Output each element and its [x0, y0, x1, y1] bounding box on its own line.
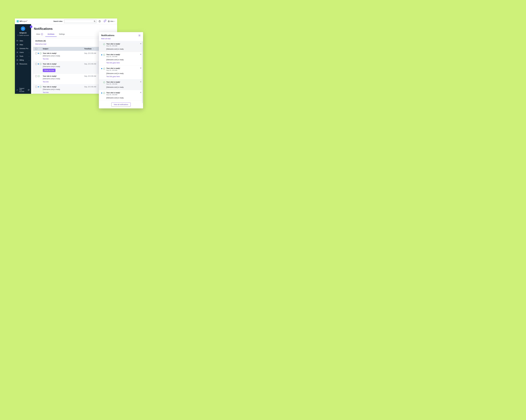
sidebar-item-billing[interactable]: Billing⌄ [15, 58, 31, 62]
success-icon: ✓ [103, 92, 105, 94]
success-icon: ✓ [103, 54, 105, 56]
view-all-notifications-button[interactable]: View all notifications [111, 102, 131, 107]
nav-label: Billing [20, 59, 24, 61]
notifications-footer: View all notifications [99, 101, 143, 108]
notifications-settings-icon[interactable] [138, 34, 141, 37]
notifications-header: Notifications [99, 32, 143, 38]
chevron-down-icon: ⌄ [29, 56, 30, 57]
sidebar-collapse-button[interactable] [30, 25, 32, 28]
sidebar-item-resources[interactable]: Resources [15, 62, 31, 66]
row-action-link[interactable]: Text link [43, 92, 49, 93]
sidebar-item-tools[interactable]: Tools⌄ [15, 54, 31, 58]
site-selector: T torque.io Switch account [15, 24, 31, 37]
row-description: [Sitename.com] is ready. [43, 78, 84, 80]
row-action-link[interactable]: Text link [43, 81, 49, 83]
notification-item[interactable]: ✓Your site is ready!Sep 25, 3:55 AM[Site… [99, 41, 143, 52]
page-title: Notifications [31, 24, 117, 32]
close-icon[interactable]: ✕ [140, 81, 142, 83]
support-pin-label: Support PIN [19, 88, 26, 91]
notification-title: Your site is ready! [106, 67, 120, 69]
success-icon: ✓ [103, 68, 105, 70]
notification-title: Your site is ready! [106, 81, 120, 83]
sidebar-item-atlas[interactable]: Atlas [15, 43, 31, 47]
notifications-mark-all-link[interactable]: Mark all read [99, 38, 143, 41]
success-icon: ✓ [40, 86, 41, 88]
sidebar-item-sites[interactable]: Sites [15, 39, 31, 43]
select-all-checkbox[interactable] [35, 48, 37, 50]
row-description: [Sitename.com] is ready. [43, 55, 84, 57]
row-title: Your site is ready! [43, 63, 57, 65]
notifications-count-badge: 8 [105, 19, 106, 21]
close-icon[interactable]: ✕ [140, 53, 142, 55]
user-name: Alex [110, 20, 113, 22]
switch-account-button[interactable]: Switch account [16, 35, 30, 36]
notification-title: Your site is ready! [106, 54, 120, 55]
nav-label: Genesis Pro [20, 48, 28, 50]
unread-dot-icon [101, 68, 102, 69]
row-description: [Sitename.com] is ready. [43, 89, 84, 90]
brand-bold: WP [20, 20, 22, 22]
refresh-pin-icon[interactable] [28, 89, 30, 91]
nav-icon [16, 48, 18, 50]
svg-point-11 [17, 90, 17, 90]
svg-rect-5 [17, 40, 18, 41]
notification-timestamp: Sep 25, 3:55 AM [106, 94, 124, 95]
nav-icon [16, 51, 18, 53]
chevron-down-icon: ⌄ [30, 48, 31, 49]
notification-link[interactable]: Text link goes here [106, 62, 120, 64]
close-icon[interactable]: ✕ [140, 92, 142, 93]
row-checkbox[interactable] [35, 86, 37, 88]
help-icon[interactable] [98, 20, 101, 23]
success-icon: ✓ [103, 82, 105, 83]
tab-inbox[interactable]: Inbox 8 [34, 32, 45, 37]
row-checkbox[interactable] [35, 75, 37, 77]
scrollbar[interactable] [142, 41, 143, 103]
sort-asc-icon: ↑ [93, 48, 93, 50]
row-checkbox[interactable] [35, 52, 37, 54]
close-icon[interactable]: ✕ [140, 43, 142, 45]
success-icon: ✓ [103, 43, 105, 45]
nav-icon [16, 63, 18, 65]
nav-label: Tools [20, 55, 23, 57]
notification-item[interactable]: ✓Your site is ready!Sep 25, 3:55 AM[Site… [99, 79, 143, 90]
nav-icon [16, 59, 18, 61]
notification-timestamp: Sep 25, 3:55 AM [106, 70, 124, 71]
sidebar-item-genesis-pro[interactable]: Genesis Pro⌄ [15, 47, 31, 51]
col-subject[interactable]: Subject [43, 48, 84, 50]
svg-point-4 [109, 21, 109, 21]
mark-all-read-link[interactable]: Mark all as read [35, 43, 46, 45]
success-icon: ✓ [40, 52, 41, 54]
row-checkbox[interactable] [35, 63, 37, 65]
row-action-button[interactable]: Show me how [43, 69, 55, 72]
notification-timestamp: Sep 25, 3:55 AM [106, 83, 124, 85]
tab-settings[interactable]: Settings [57, 32, 67, 37]
notification-item[interactable]: ✓Your site is ready!Sep 25, 3:55 AM[Site… [99, 52, 143, 65]
svg-point-6 [17, 48, 18, 49]
notification-item[interactable]: ✓Your site is ready!Sep 25, 3:55 AM[Site… [99, 65, 143, 79]
search-input[interactable] [65, 20, 94, 22]
chevron-down-icon: ⌄ [29, 52, 30, 53]
user-menu[interactable]: Alex [108, 20, 115, 22]
search-label: Search sites [53, 20, 62, 22]
svg-point-0 [94, 21, 95, 22]
unread-dot-icon [101, 54, 102, 55]
success-icon: ✓ [40, 63, 41, 65]
brand-mark-icon [17, 20, 19, 22]
brand-logo[interactable]: WPengine® [17, 20, 27, 22]
sidebar-item-users[interactable]: Users⌄ [15, 51, 31, 54]
svg-point-7 [17, 52, 17, 52]
search-icon[interactable] [94, 20, 96, 22]
support-pin-value: A12345 [19, 91, 26, 92]
row-action-link[interactable]: Text link [43, 58, 49, 60]
svg-point-12 [139, 35, 140, 36]
key-icon [16, 89, 18, 91]
notification-link[interactable]: Text link goes here [106, 76, 120, 77]
row-title: Your site is ready! [43, 86, 57, 88]
notification-item[interactable]: ✓Your site is ready!Sep 25, 3:55 AM[Site… [99, 90, 143, 101]
tab-archives[interactable]: Archives [45, 32, 57, 37]
notification-description: [Sitename.com] is ready. [106, 59, 124, 61]
notifications-bell-icon[interactable]: 8 [103, 20, 106, 23]
notification-description: [Sitename.com] is ready. [106, 97, 124, 99]
search-box[interactable] [64, 20, 96, 23]
close-icon[interactable]: ✕ [140, 67, 142, 69]
